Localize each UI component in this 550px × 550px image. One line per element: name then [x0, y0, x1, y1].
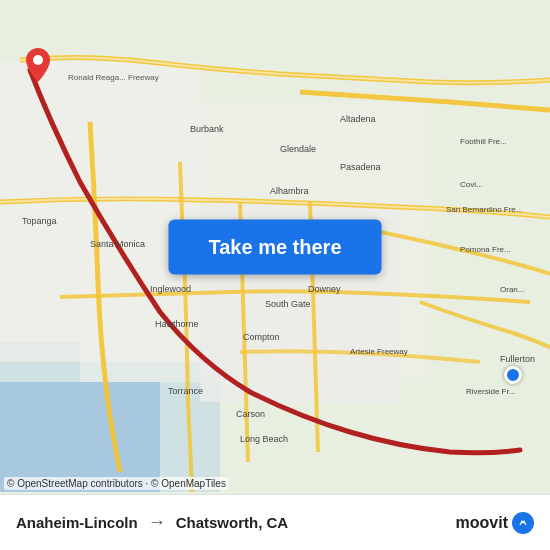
origin-pin [26, 48, 50, 86]
moovit-logo: moovit [456, 512, 534, 534]
svg-text:Foothill Fre...: Foothill Fre... [460, 137, 507, 146]
destination-label: Chatsworth, CA [176, 514, 289, 531]
svg-text:South Gate: South Gate [265, 299, 311, 309]
svg-text:Burbank: Burbank [190, 124, 224, 134]
svg-text:Inglewood: Inglewood [150, 284, 191, 294]
app: Ronald Reaga... Freeway Burbank Altadena… [0, 0, 550, 550]
svg-text:Downey: Downey [308, 284, 341, 294]
svg-text:Oran...: Oran... [500, 285, 524, 294]
map-attribution: © OpenStreetMap contributors · © OpenMap… [4, 477, 229, 490]
svg-point-30 [33, 55, 43, 65]
destination-pin [504, 366, 522, 384]
svg-text:Fullerton: Fullerton [500, 354, 535, 364]
svg-text:Covi...: Covi... [460, 180, 483, 189]
svg-text:Ronald Reaga... Freeway: Ronald Reaga... Freeway [68, 73, 159, 82]
arrow-icon: → [148, 512, 166, 533]
svg-text:Carson: Carson [236, 409, 265, 419]
svg-text:Compton: Compton [243, 332, 280, 342]
svg-text:Riverside Fr...: Riverside Fr... [466, 387, 515, 396]
svg-text:Santa Monica: Santa Monica [90, 239, 145, 249]
origin-label: Anaheim-Lincoln [16, 514, 138, 531]
svg-text:Hawthorne: Hawthorne [155, 319, 199, 329]
svg-rect-2 [0, 382, 160, 492]
moovit-dot-icon [512, 512, 534, 534]
svg-text:Torrance: Torrance [168, 386, 203, 396]
footer: Anaheim-Lincoln → Chatsworth, CA moovit [0, 494, 550, 550]
svg-text:Topanga: Topanga [22, 216, 57, 226]
svg-text:Pomona Fre...: Pomona Fre... [460, 245, 511, 254]
svg-text:Altadena: Altadena [340, 114, 376, 124]
svg-text:Long Beach: Long Beach [240, 434, 288, 444]
take-me-there-button[interactable]: Take me there [168, 220, 381, 275]
moovit-text: moovit [456, 514, 508, 532]
footer-route: Anaheim-Lincoln → Chatsworth, CA [16, 512, 456, 533]
svg-text:Alhambra: Alhambra [270, 186, 309, 196]
svg-text:Pasadena: Pasadena [340, 162, 381, 172]
map-container: Ronald Reaga... Freeway Burbank Altadena… [0, 0, 550, 494]
svg-text:Glendale: Glendale [280, 144, 316, 154]
svg-text:Artesie Freeway: Artesie Freeway [350, 347, 408, 356]
svg-text:San Bernardino Fre...: San Bernardino Fre... [446, 205, 522, 214]
